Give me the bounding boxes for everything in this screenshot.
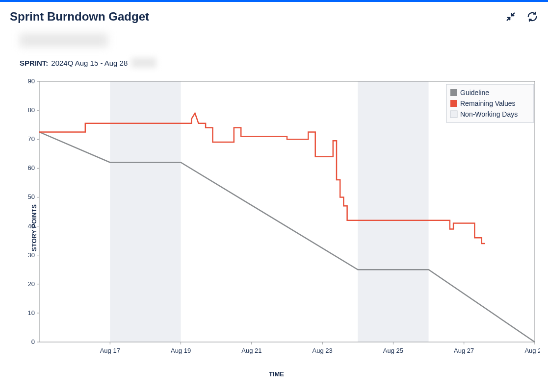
- chart-area: STORY POINTS 0102030405060708090Aug 17Au…: [15, 77, 538, 378]
- y-tick-label: 60: [28, 164, 35, 172]
- x-tick-label: Aug 29: [524, 347, 540, 354]
- burndown-chart: 0102030405060708090Aug 17Aug 19Aug 21Aug…: [15, 77, 540, 357]
- y-axis-label: STORY POINTS: [30, 204, 38, 251]
- x-tick-label: Aug 25: [383, 347, 403, 354]
- legend-swatch-nwd: [450, 111, 457, 118]
- legend-swatch-guideline: [450, 89, 457, 96]
- legend-label-nwd: Non-Working Days: [460, 110, 518, 118]
- non-working-band: [110, 81, 181, 342]
- x-tick-label: Aug 23: [313, 347, 333, 354]
- redacted-inline: [131, 58, 156, 68]
- x-tick-label: Aug 21: [241, 347, 261, 354]
- sprint-label: SPRINT:: [20, 59, 48, 67]
- header-row: Sprint Burndown Gadget: [10, 10, 538, 24]
- y-tick-label: 30: [28, 251, 35, 259]
- sprint-value: 2024Q Aug 15 - Aug 28: [51, 59, 128, 67]
- gadget-container: Sprint Burndown Gadget: [0, 2, 548, 386]
- x-tick-label: Aug 17: [100, 347, 120, 354]
- y-tick-label: 50: [28, 193, 35, 200]
- redacted-area: [20, 33, 108, 47]
- minimize-icon[interactable]: [505, 11, 517, 23]
- x-axis-label: TIME: [15, 370, 538, 378]
- y-tick-label: 10: [28, 309, 35, 317]
- gadget-title: Sprint Burndown Gadget: [10, 10, 149, 24]
- legend-label-remaining: Remaining Values: [460, 99, 516, 107]
- legend-swatch-remaining: [450, 100, 457, 107]
- refresh-icon[interactable]: [526, 11, 538, 23]
- y-tick-label: 90: [28, 77, 35, 85]
- x-tick-label: Aug 19: [171, 347, 191, 354]
- sprint-info: SPRINT: 2024Q Aug 15 - Aug 28: [20, 58, 538, 68]
- y-tick-label: 70: [28, 135, 35, 143]
- y-tick-label: 80: [28, 106, 35, 114]
- x-tick-label: Aug 27: [454, 347, 474, 354]
- header-actions: [505, 11, 538, 23]
- y-tick-label: 0: [31, 338, 35, 345]
- non-working-band: [358, 81, 428, 342]
- legend-label-guideline: Guideline: [460, 89, 489, 97]
- y-tick-label: 20: [28, 280, 35, 288]
